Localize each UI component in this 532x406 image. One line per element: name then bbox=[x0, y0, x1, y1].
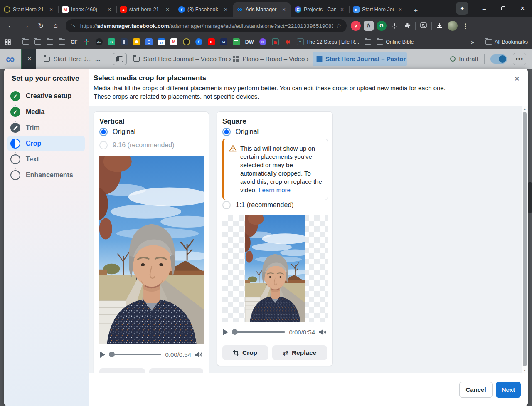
learn-more-link[interactable]: Learn more bbox=[259, 186, 291, 193]
radio-selected-icon[interactable] bbox=[99, 128, 108, 136]
hbar-extension-icon[interactable]: ℏ bbox=[364, 21, 374, 31]
next-button[interactable]: Next bbox=[496, 382, 521, 398]
dialog-scrollbar-thumb[interactable] bbox=[523, 112, 527, 366]
step-creative-setup[interactable]: ✓ Creative setup bbox=[7, 89, 85, 104]
profile-avatar[interactable] bbox=[448, 21, 458, 31]
tab-close-icon[interactable]: × bbox=[281, 6, 287, 13]
page-scrollbar-thumb[interactable] bbox=[528, 182, 532, 213]
list-bookmark-icon[interactable] bbox=[233, 38, 240, 45]
dialog-close-icon[interactable]: × bbox=[515, 74, 520, 83]
crop-button[interactable] bbox=[99, 368, 145, 373]
reload-icon[interactable]: ↻ bbox=[34, 20, 47, 32]
vertical-video-preview[interactable] bbox=[99, 156, 204, 344]
pocket-extension-icon[interactable]: ∨ bbox=[351, 21, 361, 31]
option-9-16[interactable]: 9:16 (recommended) bbox=[99, 141, 175, 149]
seek-knob[interactable] bbox=[109, 352, 115, 357]
replace-button[interactable]: ⇄ Replace bbox=[272, 345, 327, 360]
site-settings-icon[interactable]: ⁚⁖ bbox=[71, 23, 76, 29]
tab-pdf[interactable]: ▲ start-here-21 × bbox=[116, 2, 175, 17]
all-bookmarks[interactable]: All Bookmarks bbox=[485, 39, 528, 45]
bulb-bookmark-icon[interactable] bbox=[133, 38, 140, 45]
tab-close-icon[interactable]: × bbox=[164, 6, 171, 13]
step-text[interactable]: Text bbox=[7, 152, 85, 167]
seek-bar[interactable] bbox=[109, 352, 161, 357]
gloo-bookmark-icon[interactable]: gloo bbox=[96, 38, 103, 45]
arch-bookmark-icon[interactable] bbox=[272, 38, 279, 45]
step-enhancements[interactable]: Enhancements bbox=[7, 168, 85, 183]
microphone-icon[interactable] bbox=[389, 21, 399, 31]
replace-button[interactable] bbox=[149, 368, 203, 373]
tab-projects[interactable]: C Projects - Can × bbox=[291, 2, 349, 17]
option-original[interactable]: Original bbox=[222, 128, 259, 136]
gmail-bookmark-icon[interactable]: M bbox=[170, 38, 177, 45]
tab-close-icon[interactable]: × bbox=[222, 6, 229, 13]
radio-unselected-icon[interactable] bbox=[99, 141, 108, 149]
clogo-bookmark-icon[interactable] bbox=[183, 38, 190, 45]
radio-selected-icon[interactable] bbox=[222, 128, 231, 136]
green-s-bookmark-icon[interactable]: S bbox=[108, 38, 115, 45]
tab-gmail-inbox[interactable]: M Inbox (460) - × bbox=[58, 2, 116, 17]
grammarly-extension-icon[interactable]: G bbox=[377, 21, 387, 31]
bookmark-folder-icon[interactable] bbox=[47, 39, 53, 45]
editor-tab[interactable]: Start Here J... ... bbox=[44, 55, 100, 62]
square-video-preview[interactable] bbox=[245, 215, 305, 322]
header-more-button[interactable]: ••• bbox=[513, 53, 526, 65]
minimize-button[interactable]: – bbox=[475, 0, 494, 17]
statue-bookmark-icon[interactable] bbox=[121, 38, 128, 45]
sidebar-toggle-button[interactable] bbox=[113, 53, 127, 65]
breadcrumb-ad-active[interactable]: Start Here Journal – Pastor St bbox=[313, 52, 407, 66]
purple-c-bookmark-icon[interactable]: C bbox=[259, 38, 266, 45]
calendar-bookmark-icon[interactable]: 27 bbox=[158, 38, 165, 45]
close-window-button[interactable]: × bbox=[513, 0, 532, 17]
apps-grid-icon[interactable] bbox=[4, 38, 11, 45]
breadcrumb-campaign[interactable]: Start Here Journal – Video Tra bbox=[133, 55, 227, 62]
url-text[interactable]: https://adsmanager.facebook.com/adsmanag… bbox=[80, 23, 333, 29]
bookmarks-overflow-chevron[interactable]: » bbox=[471, 38, 474, 45]
option-original[interactable]: Original bbox=[99, 128, 135, 136]
address-bar[interactable]: ⁚⁖ https://adsmanager.facebook.com/adsma… bbox=[66, 19, 347, 32]
seek-bar[interactable] bbox=[232, 329, 285, 335]
bookmark-twelve-steps[interactable]: ✦The 12 Steps | Life R... bbox=[297, 38, 360, 45]
tab-start-here-21[interactable]: Start Here 21 × bbox=[0, 2, 58, 17]
bookmark-folder-icon[interactable] bbox=[365, 39, 371, 45]
play-icon[interactable] bbox=[223, 329, 228, 335]
youtube-bookmark-icon[interactable] bbox=[208, 38, 215, 45]
ui-bookmark-icon[interactable]: UI bbox=[220, 38, 227, 45]
cancel-button[interactable]: Cancel bbox=[459, 382, 493, 398]
breadcrumb-adset[interactable]: Plano – Broad – Video bbox=[233, 55, 305, 62]
option-1-1[interactable]: 1:1 (recommended) bbox=[222, 201, 294, 209]
red-mark-bookmark-icon[interactable]: ✱ bbox=[284, 38, 291, 45]
review-toggle[interactable] bbox=[490, 54, 507, 64]
downloads-icon[interactable] bbox=[435, 21, 445, 31]
radio-unselected-icon[interactable] bbox=[222, 201, 231, 209]
tab-search-icon[interactable] bbox=[419, 21, 429, 31]
bookmark-folder-icon[interactable] bbox=[59, 39, 65, 45]
volume-icon[interactable] bbox=[319, 329, 327, 336]
editor-tab-more[interactable]: ... bbox=[95, 55, 101, 62]
scroll-up-icon[interactable]: ▲ bbox=[523, 107, 526, 110]
browser-assistant-icon[interactable]: ✦ bbox=[456, 2, 468, 15]
step-trim[interactable]: Trim bbox=[7, 120, 85, 135]
bookmark-cf[interactable]: CF bbox=[71, 39, 78, 45]
step-media[interactable]: ✓ Media bbox=[7, 104, 85, 119]
close-editor-tab-icon[interactable]: × bbox=[21, 49, 36, 69]
back-icon[interactable]: ← bbox=[5, 20, 17, 32]
tab-close-icon[interactable]: × bbox=[339, 6, 345, 13]
step-crop-active[interactable]: Crop bbox=[7, 136, 85, 151]
tab-facebook[interactable]: f (3) Facebook × bbox=[175, 2, 233, 17]
bookmark-star-icon[interactable]: ☆ bbox=[336, 22, 342, 30]
bookmark-online-bible[interactable]: Online Bible bbox=[377, 39, 414, 45]
dialog-scrollbar[interactable]: ▲ ▼ bbox=[522, 106, 528, 373]
tab-close-icon[interactable]: × bbox=[106, 6, 113, 13]
crop-button[interactable]: Crop bbox=[222, 345, 268, 360]
forward-icon[interactable]: → bbox=[20, 20, 32, 32]
play-icon[interactable] bbox=[100, 352, 105, 358]
home-icon[interactable]: ⌂ bbox=[49, 20, 62, 32]
extensions-puzzle-icon[interactable] bbox=[402, 21, 412, 31]
tab-close-icon[interactable]: × bbox=[48, 6, 54, 13]
bookmark-folder-icon[interactable] bbox=[22, 39, 29, 45]
volume-icon[interactable] bbox=[195, 351, 203, 358]
new-tab-button[interactable]: + bbox=[410, 5, 421, 17]
slack-bookmark-icon[interactable] bbox=[83, 38, 90, 45]
seek-knob[interactable] bbox=[232, 329, 238, 335]
